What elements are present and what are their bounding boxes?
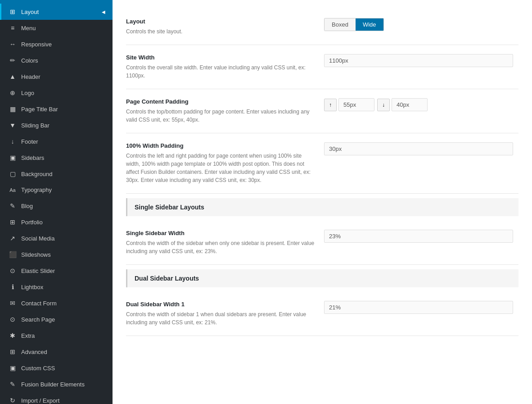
single-sidebar-width-row: Single Sidebar Width Controls the width … [126, 221, 518, 265]
padding-top-up-btn[interactable]: ↑ [324, 99, 337, 111]
contact-form-icon: ✉ [9, 300, 17, 307]
content-area: Layout Controls the site layout. Boxed W… [113, 0, 532, 345]
sidebar-label-page-title-bar: Page Title Bar [21, 106, 58, 113]
page-content-padding-control: ↑ ↓ [324, 98, 518, 111]
sidebar-item-sidebars[interactable]: ▣ Sidebars [0, 150, 113, 166]
slideshows-icon: ⬛ [9, 251, 17, 258]
sidebar-label-social-media: Social Media [21, 235, 54, 242]
sidebar-label-fusion-builder: Fusion Builder Elements [21, 381, 85, 388]
custom-css-icon: ▣ [9, 364, 17, 372]
sidebar-label-layout: Layout [21, 9, 39, 15]
dual-sidebar-width-1-desc: Controls the width of sidebar 1 when dua… [126, 310, 315, 327]
layout-setting-row: Layout Controls the site layout. Boxed W… [126, 9, 518, 45]
sidebar-item-lightbox[interactable]: ℹ Lightbox [0, 279, 113, 295]
dual-sidebar-width-1-input[interactable] [324, 301, 513, 314]
elastic-slider-icon: ⊙ [9, 267, 17, 274]
sidebar-label-import-export: Import / Export [21, 397, 59, 404]
layout-label: Layout [126, 18, 315, 25]
sidebar-item-sliding-bar[interactable]: ▼ Sliding Bar [0, 117, 113, 133]
header-icon: ▲ [9, 73, 17, 80]
padding-bottom-input[interactable] [392, 98, 428, 111]
sidebar-item-contact-form[interactable]: ✉ Contact Form [0, 295, 113, 311]
layout-wide-btn[interactable]: Wide [356, 18, 383, 31]
sidebar-item-elastic-slider[interactable]: ⊙ Elastic Slider [0, 263, 113, 279]
sidebar-item-fusion-builder[interactable]: ✎ Fusion Builder Elements [0, 376, 113, 392]
sidebar-item-blog[interactable]: ✎ Blog [0, 198, 113, 214]
sidebar-item-slideshows[interactable]: ⬛ Slideshows [0, 246, 113, 263]
sidebar-item-menu[interactable]: ≡ Menu [0, 20, 113, 36]
padding-bottom-control: ↓ [377, 98, 428, 111]
layout-desc: Controls the site layout. [126, 27, 315, 36]
sidebar-item-footer[interactable]: ↓ Footer [0, 133, 113, 150]
sidebar-label-lightbox: Lightbox [21, 284, 43, 291]
sidebar: ⊞ Layout ◀ ≡ Menu ↔ Responsive ✏ Colors … [0, 0, 113, 404]
site-width-label-col: Site Width Controls the overall site wid… [126, 54, 315, 80]
sidebar-label-responsive: Responsive [21, 41, 52, 48]
full-width-padding-row: 100% Width Padding Controls the left and… [126, 133, 518, 194]
layout-icon: ⊞ [9, 8, 17, 15]
full-width-padding-control [324, 142, 518, 155]
full-width-padding-label-col: 100% Width Padding Controls the left and… [126, 142, 315, 184]
advanced-icon: ⊞ [9, 348, 17, 355]
sidebar-item-portfolio[interactable]: ⊞ Portfolio [0, 214, 113, 230]
responsive-icon: ↔ [9, 41, 17, 48]
layout-boxed-btn[interactable]: Boxed [325, 18, 356, 31]
social-media-icon: ↗ [9, 235, 17, 242]
sidebar-label-extra: Extra [21, 332, 35, 339]
sidebar-label-logo: Logo [21, 90, 34, 96]
portfolio-icon: ⊞ [9, 218, 17, 226]
sidebar-item-import-export[interactable]: ↻ Import / Export [0, 392, 113, 404]
sidebar-label-sidebars: Sidebars [21, 154, 44, 161]
footer-icon: ↓ [9, 138, 17, 145]
layout-control: Boxed Wide [324, 18, 518, 31]
site-width-label: Site Width [126, 54, 315, 61]
sidebar-label-custom-css: Custom CSS [21, 365, 55, 372]
full-width-padding-desc: Controls the left and right padding for … [126, 152, 315, 184]
blog-icon: ✎ [9, 202, 17, 209]
sidebar-label-sliding-bar: Sliding Bar [21, 122, 50, 129]
import-export-icon: ↻ [9, 397, 17, 404]
fusion-builder-icon: ✎ [9, 381, 17, 388]
sidebar-item-extra[interactable]: ✱ Extra [0, 327, 113, 344]
site-width-input[interactable] [324, 54, 513, 67]
sidebar-label-menu: Menu [21, 25, 36, 32]
page-title-bar-icon: ▦ [9, 105, 17, 113]
sidebar-item-header[interactable]: ▲ Header [0, 68, 113, 85]
single-sidebar-width-input[interactable] [324, 230, 513, 243]
site-width-desc: Controls the overall site width. Enter v… [126, 64, 315, 80]
padding-top-control: ↑ [324, 98, 374, 111]
arrow-icon: ◀ [102, 9, 105, 14]
sidebar-label-background: Background [21, 171, 52, 177]
full-width-padding-input[interactable] [324, 142, 513, 155]
sidebar-item-page-title-bar[interactable]: ▦ Page Title Bar [0, 101, 113, 117]
sidebar-item-background[interactable]: ▢ Background [0, 166, 113, 182]
sidebar-item-typography[interactable]: Aa Typography [0, 182, 113, 198]
sidebar-item-responsive[interactable]: ↔ Responsive [0, 36, 113, 52]
sidebar-item-search-page[interactable]: ⊙ Search Page [0, 311, 113, 327]
page-content-padding-desc: Controls the top/bottom padding for page… [126, 108, 315, 124]
sidebar-item-custom-css[interactable]: ▣ Custom CSS [0, 360, 113, 376]
sidebar-label-search-page: Search Page [21, 316, 55, 323]
page-content-padding-label: Page Content Padding [126, 98, 315, 105]
sidebar-item-layout[interactable]: ⊞ Layout ◀ [0, 4, 113, 20]
sidebar-label-slideshows: Slideshows [21, 251, 51, 258]
colors-icon: ✏ [9, 57, 17, 64]
padding-bottom-down-btn[interactable]: ↓ [377, 99, 390, 111]
dual-sidebar-width-1-label: Dual Sidebar Width 1 [126, 301, 315, 308]
single-sidebar-section-header: Single Sidebar Layouts [126, 198, 518, 216]
sidebar-item-advanced[interactable]: ⊞ Advanced [0, 344, 113, 360]
sliding-bar-icon: ▼ [9, 122, 17, 129]
sidebar-label-elastic-slider: Elastic Slider [21, 268, 55, 274]
single-sidebar-width-label: Single Sidebar Width [126, 230, 315, 236]
sidebar-label-blog: Blog [21, 203, 33, 209]
sidebar-item-colors[interactable]: ✏ Colors [0, 52, 113, 68]
single-sidebar-width-label-col: Single Sidebar Width Controls the width … [126, 230, 315, 255]
padding-top-input[interactable] [338, 98, 374, 111]
site-width-control [324, 54, 518, 67]
full-width-padding-label: 100% Width Padding [126, 142, 315, 149]
dual-sidebar-width-1-label-col: Dual Sidebar Width 1 Controls the width … [126, 301, 315, 327]
sidebar-item-logo[interactable]: ⊕ Logo [0, 85, 113, 101]
sidebar-label-header: Header [21, 73, 41, 80]
sidebar-item-social-media[interactable]: ↗ Social Media [0, 230, 113, 246]
sidebars-icon: ▣ [9, 154, 17, 161]
